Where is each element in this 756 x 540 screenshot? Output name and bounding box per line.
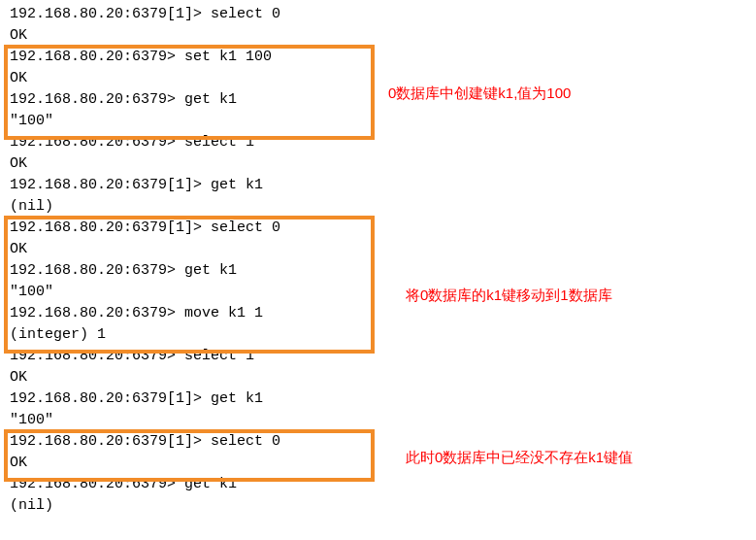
terminal-line: 192.168.80.20:6379[1]> select 0 (10, 431, 756, 453)
terminal-line: (nil) (10, 196, 756, 218)
terminal-line: 192.168.80.20:6379> select 1 (10, 346, 756, 367)
terminal-output: 192.168.80.20:6379[1]> select 0 OK 192.1… (0, 0, 756, 521)
terminal-line: 192.168.80.20:6379> get k1 (10, 89, 756, 111)
terminal-line: 192.168.80.20:6379[1]> get k1 (10, 175, 756, 196)
terminal-line: "100" (10, 111, 756, 132)
terminal-line: 192.168.80.20:6379> set k1 100 (10, 47, 756, 68)
terminal-line: "100" (10, 410, 756, 431)
terminal-line: OK (10, 453, 756, 474)
terminal-line: OK (10, 25, 756, 47)
terminal-line: 192.168.80.20:6379> get k1 (10, 260, 756, 282)
terminal-line: 192.168.80.20:6379> select 1 (10, 132, 756, 153)
annotation-1: 0数据库中创建键k1,值为100 (388, 83, 571, 104)
terminal-line: OK (10, 68, 756, 89)
terminal-line: 192.168.80.20:6379[1]> select 0 (10, 4, 756, 25)
terminal-line: (nil) (10, 495, 756, 517)
terminal-line: OK (10, 367, 756, 388)
terminal-line: 192.168.80.20:6379> move k1 1 (10, 303, 756, 324)
terminal-line: "100" (10, 282, 756, 303)
terminal-line: OK (10, 239, 756, 260)
terminal-line: OK (10, 153, 756, 175)
terminal-line: (integer) 1 (10, 324, 756, 346)
terminal-line: 192.168.80.20:6379> get k1 (10, 474, 756, 495)
annotation-3: 此时0数据库中已经没不存在k1键值 (406, 447, 633, 468)
terminal-line: 192.168.80.20:6379[1]> select 0 (10, 218, 756, 239)
annotation-2: 将0数据库的k1键移动到1数据库 (406, 285, 612, 306)
terminal-line: 192.168.80.20:6379[1]> get k1 (10, 388, 756, 410)
